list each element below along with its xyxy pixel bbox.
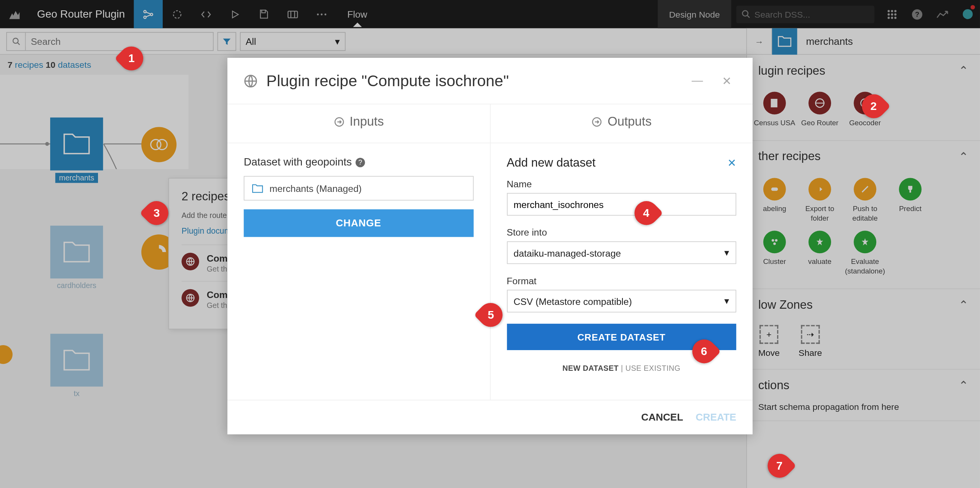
inputs-header: Inputs — [227, 104, 490, 143]
dataset-geopoints-label: Dataset with geopoints ? — [244, 156, 474, 169]
chevron-down-icon: ▾ — [724, 247, 729, 259]
use-existing-tab[interactable]: USE EXISTING — [626, 364, 681, 373]
format-label: Format — [506, 275, 736, 286]
globe-icon — [244, 74, 258, 88]
new-dataset-tab[interactable]: NEW DATASET — [562, 364, 619, 373]
change-button[interactable]: CHANGE — [244, 209, 474, 237]
store-into-select[interactable]: dataiku-managed-storage ▾ — [506, 241, 736, 264]
modal-title: Plugin recipe "Compute isochrone" — [266, 72, 678, 90]
format-select[interactable]: CSV (Metastore compatible) ▾ — [506, 290, 736, 313]
modal-footer: CANCEL CREATE — [227, 400, 753, 434]
create-button[interactable]: CREATE — [696, 412, 736, 423]
dataset-name-input[interactable] — [506, 193, 736, 216]
close-add-dataset[interactable]: ✕ — [727, 156, 736, 169]
plugin-recipe-modal: Plugin recipe "Compute isochrone" — ✕ In… — [227, 58, 753, 434]
cancel-button[interactable]: CANCEL — [641, 412, 683, 423]
name-label: Name — [506, 178, 736, 189]
inputs-column: Inputs Dataset with geopoints ? merchant… — [227, 104, 490, 400]
modal-header: Plugin recipe "Compute isochrone" — ✕ — [227, 58, 753, 104]
outputs-header: Outputs — [490, 104, 753, 143]
minimize-button[interactable]: — — [687, 74, 708, 87]
close-button[interactable]: ✕ — [717, 74, 736, 88]
input-dataset-chip[interactable]: merchants (Managed) — [244, 176, 474, 200]
dataset-mode-toggle: NEW DATASET | USE EXISTING — [506, 364, 736, 373]
add-dataset-header: Add new dataset ✕ — [506, 156, 736, 170]
chevron-down-icon: ▾ — [724, 295, 729, 307]
store-label: Store into — [506, 227, 736, 237]
help-icon[interactable]: ? — [356, 157, 365, 167]
